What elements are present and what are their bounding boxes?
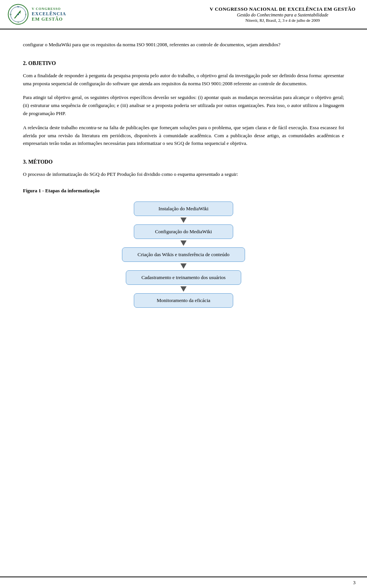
logo-area: N S W E V CONGRESSO EXCELÊNCIA EM GESTÃO <box>8 4 66 25</box>
logo-icon: N S W E <box>8 4 29 25</box>
svg-text:W: W <box>10 13 12 16</box>
section2-heading: 2. OBJETIVO <box>23 60 344 67</box>
intro-paragraph: configurar o MediaWiki para que os requi… <box>23 41 344 49</box>
logo-line1: V CONGRESSO <box>32 7 66 11</box>
page-footer: 3 <box>0 577 367 588</box>
section2-number: 2. OBJETIVO <box>23 60 56 66</box>
figure-label: Figura 1 - Etapas da informatização <box>23 188 344 194</box>
flowchart-arrow-3 <box>180 263 187 269</box>
page: N S W E V CONGRESSO EXCELÊNCIA EM GESTÃO… <box>0 0 367 588</box>
conference-location: Niterói, RJ, Brasil, 2, 3 e 4 de julho d… <box>210 18 356 23</box>
section3-number: 3. MÉTODO <box>23 159 53 165</box>
flowchart-box-5: Monitoramento da eficácia <box>134 293 233 308</box>
logo-line2: EXCELÊNCIA <box>32 11 66 16</box>
section2-p3: A relevância deste trabalho encontra-se … <box>23 124 344 148</box>
flowchart: Instalação do MediaWiki Configuração do … <box>23 201 344 308</box>
page-number: 3 <box>353 580 356 586</box>
svg-point-8 <box>18 14 19 15</box>
section2-p1: Com a finalidade de responder à pergunta… <box>23 72 344 88</box>
page-header: N S W E V CONGRESSO EXCELÊNCIA EM GESTÃO… <box>0 0 367 29</box>
header-title-block: V CONGRESSO NACIONAL DE EXCELÊNCIA EM GE… <box>210 6 356 23</box>
conference-subtitle: Gestão do Conhecimento para a Sustentabi… <box>210 12 356 18</box>
svg-text:N: N <box>17 5 19 8</box>
section3-heading: 3. MÉTODO <box>23 159 344 165</box>
logo-text-block: V CONGRESSO EXCELÊNCIA EM GESTÃO <box>32 7 66 22</box>
main-content: configurar o MediaWiki para que os requi… <box>0 29 367 335</box>
flowchart-arrow-2 <box>180 240 187 246</box>
logo-line3: EM GESTÃO <box>32 16 66 22</box>
section3-p1: O processo de informatização do SGQ do P… <box>23 171 344 179</box>
flowchart-box-4: Cadastramento e treinamento dos usuários <box>126 270 241 285</box>
conference-title: V CONGRESSO NACIONAL DE EXCELÊNCIA EM GE… <box>210 6 356 12</box>
flowchart-box-3: Criação das Wikis e transferência de con… <box>122 247 245 262</box>
section2-p2: Para atingir tal objetivo geral, os segu… <box>23 94 344 117</box>
svg-text:S: S <box>18 21 19 24</box>
svg-text:E: E <box>25 13 27 16</box>
flowchart-arrow-1 <box>180 218 187 223</box>
flowchart-arrow-4 <box>180 286 187 292</box>
flowchart-box-2: Configuração do MediaWiki <box>134 224 233 239</box>
flowchart-box-1: Instalação do MediaWiki <box>134 201 233 216</box>
